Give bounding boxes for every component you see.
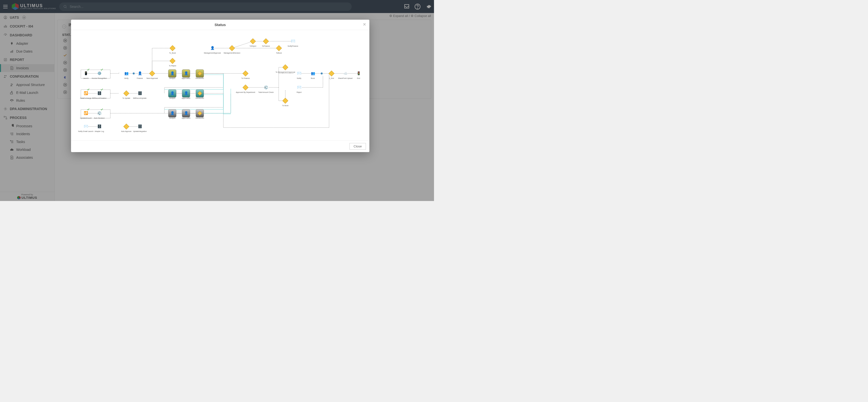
node-verify[interactable]: 👥Verify	[124, 71, 128, 80]
svg-text:Notify Email Launch: Notify Email Launch	[78, 130, 93, 132]
node-mgmt_decision[interactable]: ManagementDecision	[224, 45, 240, 54]
svg-text:🔁: 🔁	[84, 111, 88, 115]
node-bill_rec_update[interactable]: 🗄️BillRecordUpdate	[133, 91, 147, 99]
node-finance[interactable]: 👤Finance	[137, 71, 143, 79]
node-to_finance3[interactable]: To Finance	[241, 71, 250, 79]
svg-text:BillRecordUpdate: BillRecordUpdate	[133, 97, 147, 99]
node-notify[interactable]: ✉️Notify	[297, 71, 301, 80]
svg-text:👤: 👤	[184, 71, 188, 75]
node-end[interactable]: 🚦End	[356, 71, 361, 79]
node-total_amt[interactable]: ⚖️Total Amount Check	[258, 85, 274, 93]
svg-text:End: End	[357, 78, 360, 79]
node-to_mgmt_app[interactable]: To Management Approval	[276, 65, 295, 73]
node-decision03[interactable]: Decision03	[196, 110, 204, 119]
svg-rect-153	[276, 45, 282, 51]
node-dot2[interactable]	[321, 72, 323, 74]
node-adapter_log[interactable]: 🗄️Adapter Log	[95, 124, 104, 132]
node-to_book2[interactable]: ToBook	[276, 45, 282, 54]
close-button[interactable]: Close	[349, 143, 366, 150]
node-launch[interactable]: 📱Launch	[83, 69, 89, 79]
svg-text:To Reject: To Reject	[169, 65, 176, 67]
svg-text:ToReject: ToReject	[249, 45, 256, 47]
svg-text:SharePoint Upload: SharePoint Upload	[338, 78, 353, 80]
svg-text:👤: 👤	[210, 46, 215, 50]
svg-text:Finance: Finance	[137, 78, 143, 79]
svg-text:Verify02: Verify02	[169, 97, 175, 99]
close-icon[interactable]: ×	[363, 22, 366, 27]
svg-text:BillRecordCreation: BillRecordCreation	[92, 97, 106, 99]
svg-point-101	[133, 72, 135, 74]
svg-text:Decision01: Decision01	[196, 78, 204, 79]
svg-rect-149	[250, 38, 256, 44]
status-modal: Status ×	[71, 20, 369, 152]
svg-text:👤: 👤	[138, 71, 142, 75]
svg-text:Invoice Recognition: Invoice Recognition	[92, 78, 107, 80]
node-notify_finance[interactable]: ✉️NotifyFinance	[288, 39, 298, 47]
node-bill_rec_create[interactable]: 🗄️BillRecordCreation	[92, 89, 106, 99]
svg-line-72	[232, 41, 253, 48]
svg-text:🗄️: 🗄️	[97, 91, 102, 95]
node-auto_decision[interactable]: ⚖️Auto Decision	[94, 109, 104, 119]
svg-text:Need Approval: Need Approval	[147, 78, 158, 80]
node-approval02[interactable]: 👤Approval02	[182, 89, 190, 99]
node-to_book_g[interactable]: To_Book	[169, 45, 176, 54]
node-auto_approve[interactable]: Auto Approve	[121, 124, 131, 132]
node-update_integration[interactable]: 🗄️UpdateIntegration	[133, 124, 147, 132]
node-mgmt_approval[interactable]: 👤ManagementApproval	[204, 46, 221, 54]
svg-text:👤: 👤	[184, 91, 188, 95]
node-need_approval[interactable]: Need Approval	[147, 71, 158, 80]
svg-text:👥: 👥	[124, 71, 129, 75]
svg-text:Approval01: Approval01	[182, 78, 190, 80]
node-decision02[interactable]: Decision02	[196, 89, 204, 99]
node-data_exchange[interactable]: 🔁DataExchange	[80, 89, 91, 99]
node-verify01[interactable]: 👤Verify01	[168, 69, 176, 80]
svg-text:Verify03: Verify03	[169, 117, 175, 119]
svg-text:✉️: ✉️	[291, 39, 296, 43]
node-to_update[interactable]: To Update	[122, 91, 130, 99]
svg-rect-108	[170, 58, 176, 64]
svg-text:🔁: 🔁	[84, 91, 88, 95]
svg-text:👥: 👥	[311, 71, 315, 75]
svg-text:ToFinance: ToFinance	[262, 45, 270, 47]
node-sp_upload[interactable]: ☁️SharePoint Upload	[338, 71, 353, 80]
node-to_book3[interactable]: To Book	[282, 98, 288, 106]
svg-text:☁️: ☁️	[343, 71, 348, 75]
node-to_reject2[interactable]: ToReject	[249, 38, 256, 47]
svg-rect-159	[243, 85, 248, 90]
svg-text:🗄️: 🗄️	[138, 124, 142, 128]
node-to_reject_g[interactable]: To Reject	[169, 58, 176, 67]
svg-text:To_Book: To_Book	[169, 52, 176, 54]
svg-text:✉️: ✉️	[84, 124, 88, 128]
modal-header: Status ×	[71, 20, 369, 30]
svg-text:UpdateIntegration: UpdateIntegration	[133, 130, 147, 132]
svg-text:ManagementApproval: ManagementApproval	[204, 52, 221, 54]
node-reject[interactable]: ✉️Reject	[297, 85, 302, 93]
svg-text:⚙️: ⚙️	[97, 71, 102, 75]
svg-text:Book: Book	[311, 78, 315, 79]
node-update_amount[interactable]: 🔁UpdateAmount	[80, 109, 92, 119]
modal-body: 📱Launch⚙️Invoice Recognition🔁DataExchang…	[71, 30, 369, 140]
node-verify02[interactable]: 👤Verify02	[168, 89, 176, 99]
node-approval03[interactable]: 👤Approval03	[182, 110, 190, 119]
svg-text:Auto Decision: Auto Decision	[94, 117, 104, 119]
svg-text:Decision02: Decision02	[196, 97, 204, 99]
node-verify03[interactable]: 👤Verify03	[168, 110, 176, 119]
node-notify_email[interactable]: ✉️Notify Email Launch	[78, 124, 93, 132]
svg-point-169	[321, 72, 323, 74]
svg-text:Verify01: Verify01	[169, 78, 175, 80]
node-invoice_recog[interactable]: ⚙️Invoice Recognition	[92, 69, 107, 80]
svg-text:👤: 👤	[184, 111, 188, 115]
svg-text:DataExchange: DataExchange	[80, 97, 91, 99]
svg-text:To Book: To Book	[282, 105, 288, 106]
node-dot1[interactable]	[133, 72, 135, 74]
svg-text:Notify: Notify	[297, 78, 301, 80]
node-decision01[interactable]: Decision01	[196, 69, 204, 79]
svg-rect-104	[149, 71, 155, 76]
node-to_finance2[interactable]: ToFinance	[262, 38, 270, 47]
node-approvedby[interactable]: Approved By Department	[236, 85, 255, 93]
svg-text:✉️: ✉️	[297, 85, 302, 89]
node-book[interactable]: 👥Book	[311, 71, 315, 79]
svg-text:Total Amount Check: Total Amount Check	[258, 91, 274, 93]
node-approval01[interactable]: 👤Approval01	[182, 69, 190, 80]
node-j_end[interactable]: J_End	[329, 71, 335, 80]
